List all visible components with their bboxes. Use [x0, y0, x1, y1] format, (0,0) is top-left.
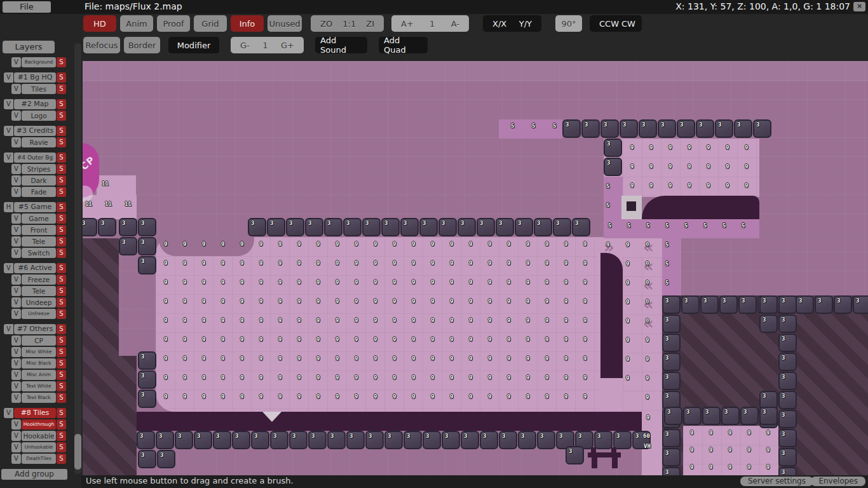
select-all-toggle[interactable]: S [57, 202, 66, 212]
layer-row-unhookable[interactable]: VUnhookableS [11, 442, 66, 452]
layer-row-stripes[interactable]: VStripesS [11, 164, 66, 174]
select-all-toggle[interactable]: S [57, 236, 66, 247]
layer-row-game[interactable]: VGameS [11, 214, 66, 224]
layer-row-fade[interactable]: VFadeS [11, 187, 66, 197]
select-all-toggle[interactable]: S [57, 72, 66, 83]
visibility-toggle[interactable]: V [11, 236, 21, 247]
visibility-toggle[interactable]: V [11, 175, 21, 186]
layers-scrollbar[interactable] [74, 43, 81, 474]
visibility-toggle[interactable]: V [11, 274, 21, 285]
visibility-toggle[interactable]: V [4, 263, 13, 273]
toolbar-button-border[interactable]: Border [124, 37, 160, 53]
select-all-toggle[interactable]: S [57, 442, 66, 452]
visibility-toggle[interactable]: V [4, 408, 13, 418]
server-settings-button[interactable]: Server settings [740, 477, 813, 486]
visibility-toggle[interactable]: V [11, 336, 21, 346]
group-row--1-bg-hq[interactable]: V#1 Bg HQS [4, 72, 66, 83]
layer-row-hookable[interactable]: VHookableS [11, 431, 66, 441]
close-icon[interactable]: × [853, 2, 865, 11]
visibility-toggle[interactable]: V [11, 57, 21, 67]
toolbar-button-1[interactable]: 1 [261, 41, 269, 50]
visibility-toggle[interactable]: V [11, 419, 21, 430]
visibility-toggle[interactable]: V [11, 137, 21, 147]
toolbar-button-a[interactable]: A- [450, 19, 461, 29]
group-row--2-map[interactable]: V#2 MapS [4, 99, 66, 109]
select-all-toggle[interactable]: S [57, 57, 66, 67]
toolbar-button-90-[interactable]: 90° [555, 15, 582, 32]
layer-row-undeep[interactable]: VUndeepS [11, 297, 66, 308]
layer-row-background[interactable]: VBackgroundS [11, 57, 66, 67]
toolbar-button-add-quad[interactable]: Add Quad [379, 37, 428, 53]
toolbar-button-modifier[interactable]: Modifier [168, 37, 219, 53]
toolbar-button-a[interactable]: A+ [400, 19, 415, 29]
toolbar-button-g[interactable]: G- [239, 41, 251, 50]
visibility-toggle[interactable]: V [11, 381, 21, 391]
toolbar-button-grid[interactable]: Grid [194, 15, 227, 32]
toolbar-button-11[interactable]: 1:1 [341, 19, 357, 29]
layer-row-freeze[interactable]: VFreezeS [11, 274, 66, 285]
select-all-toggle[interactable]: S [57, 126, 66, 136]
visibility-toggle[interactable]: V [11, 358, 21, 369]
layer-row-text-white[interactable]: VText WhiteS [11, 381, 66, 391]
visibility-toggle[interactable]: V [11, 248, 21, 258]
group-row--3-credits[interactable]: V#3 CreditsS [4, 126, 66, 136]
select-all-toggle[interactable]: S [57, 225, 66, 235]
toolbar-button-proof[interactable]: Proof [157, 15, 190, 32]
toolbar-button-yy[interactable]: Y/Y [518, 19, 533, 29]
select-all-toggle[interactable]: S [57, 309, 66, 319]
visibility-toggle[interactable]: V [11, 164, 21, 174]
layer-row-dark[interactable]: VDarkS [11, 175, 66, 186]
select-all-toggle[interactable]: S [57, 214, 66, 224]
layer-row-unfreeze[interactable]: VUnfreezeS [11, 309, 66, 319]
layer-row-ravie[interactable]: VRavieS [11, 137, 66, 147]
visibility-toggle[interactable]: V [11, 431, 21, 441]
select-all-toggle[interactable]: S [57, 248, 66, 258]
visibility-toggle[interactable]: V [4, 72, 13, 83]
layer-row-cp[interactable]: VCPS [11, 336, 66, 346]
visibility-toggle[interactable]: V [11, 393, 21, 403]
toolbar-button-1[interactable]: 1 [428, 19, 436, 29]
toolbar-button-add-sound[interactable]: Add Sound [315, 37, 367, 53]
select-all-toggle[interactable]: S [57, 393, 66, 403]
group-row--4-outer-bg[interactable]: V#4 Outer BgS [4, 152, 66, 163]
toolbar-button-ccw[interactable]: CCW [598, 19, 620, 29]
visibility-toggle[interactable]: V [11, 297, 21, 308]
select-all-toggle[interactable]: S [57, 99, 66, 109]
select-all-toggle[interactable]: S [57, 324, 66, 334]
file-menu-button[interactable]: File [3, 1, 51, 13]
select-all-toggle[interactable]: S [57, 286, 66, 296]
toolbar-button-unused[interactable]: Unused [268, 15, 302, 32]
toolbar-button-anim[interactable]: Anim [120, 15, 153, 32]
visibility-toggle[interactable]: H [4, 202, 13, 212]
select-all-toggle[interactable]: S [57, 358, 66, 369]
group-row--7-others[interactable]: V#7 OthersS [4, 324, 66, 334]
layer-row-front[interactable]: VFrontS [11, 225, 66, 235]
group-row--5-game[interactable]: H#5 GameS [4, 202, 66, 212]
select-all-toggle[interactable]: S [57, 137, 66, 147]
layer-row-tiles[interactable]: VTilesS [11, 84, 66, 94]
toolbar-button-cw[interactable]: CW [620, 19, 637, 29]
select-all-toggle[interactable]: S [57, 297, 66, 308]
layer-row-misc-black[interactable]: VMisc BlackS [11, 358, 66, 369]
layer-row-switch[interactable]: VSwitchS [11, 248, 66, 258]
envelopes-button[interactable]: Envelopes [811, 477, 865, 486]
group-row--8-tiles[interactable]: V#8 TilesS [4, 408, 66, 418]
visibility-toggle[interactable]: V [11, 225, 21, 235]
visibility-toggle[interactable]: V [4, 324, 13, 334]
select-all-toggle[interactable]: S [57, 347, 66, 357]
toolbar-button-zo[interactable]: ZO [319, 19, 334, 29]
add-group-button[interactable]: Add group [1, 469, 67, 480]
select-all-toggle[interactable]: S [57, 274, 66, 285]
toolbar-button-refocus[interactable]: Refocus [83, 37, 120, 53]
select-all-toggle[interactable]: S [57, 381, 66, 391]
toolbar-button-xx[interactable]: X/X [491, 19, 508, 29]
select-all-toggle[interactable]: S [57, 408, 66, 418]
layer-row-tele[interactable]: VTeleS [11, 236, 66, 247]
select-all-toggle[interactable]: S [57, 263, 66, 273]
toolbar-button-zi[interactable]: ZI [365, 19, 376, 29]
layer-row-logo[interactable]: VLogoS [11, 111, 66, 121]
layer-row-misc-white[interactable]: VMisc WhiteS [11, 347, 66, 357]
layer-row-tele[interactable]: VTeleS [11, 286, 66, 296]
visibility-toggle[interactable]: V [11, 309, 21, 319]
visibility-toggle[interactable]: V [4, 152, 13, 163]
